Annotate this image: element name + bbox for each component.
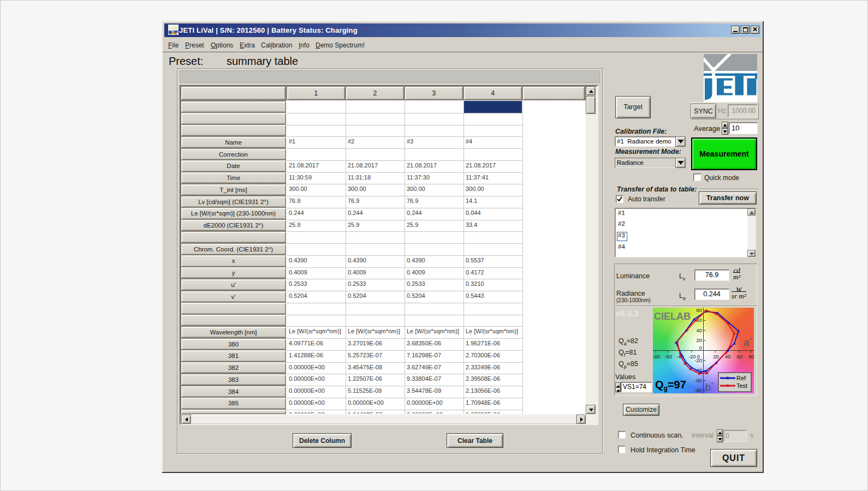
- svg-text:b*: b*: [705, 381, 714, 393]
- svg-text:Test: Test: [736, 382, 747, 389]
- svg-text:20: 20: [713, 354, 719, 360]
- svg-text:40: 40: [725, 354, 731, 360]
- svg-text:CIELAB: CIELAB: [654, 311, 691, 322]
- svg-text:-20: -20: [694, 357, 702, 363]
- svg-text:0: 0: [699, 345, 702, 351]
- svg-text:-60: -60: [664, 354, 672, 360]
- svg-text:DEMO: DEMO: [169, 30, 179, 33]
- svg-text:60: 60: [737, 354, 743, 360]
- svg-text:60: 60: [696, 317, 702, 323]
- svg-text:Qg=97: Qg=97: [655, 379, 686, 392]
- svg-text:a*: a*: [744, 337, 752, 348]
- svg-text:80: 80: [696, 308, 702, 313]
- svg-text:Ref: Ref: [736, 375, 746, 381]
- svg-text:80: 80: [748, 354, 754, 360]
- svg-text:-80: -80: [653, 354, 660, 360]
- svg-text:20: 20: [696, 337, 702, 343]
- svg-text:-80: -80: [694, 387, 702, 393]
- svg-text:-60: -60: [694, 378, 702, 384]
- svg-text:40: 40: [696, 327, 702, 333]
